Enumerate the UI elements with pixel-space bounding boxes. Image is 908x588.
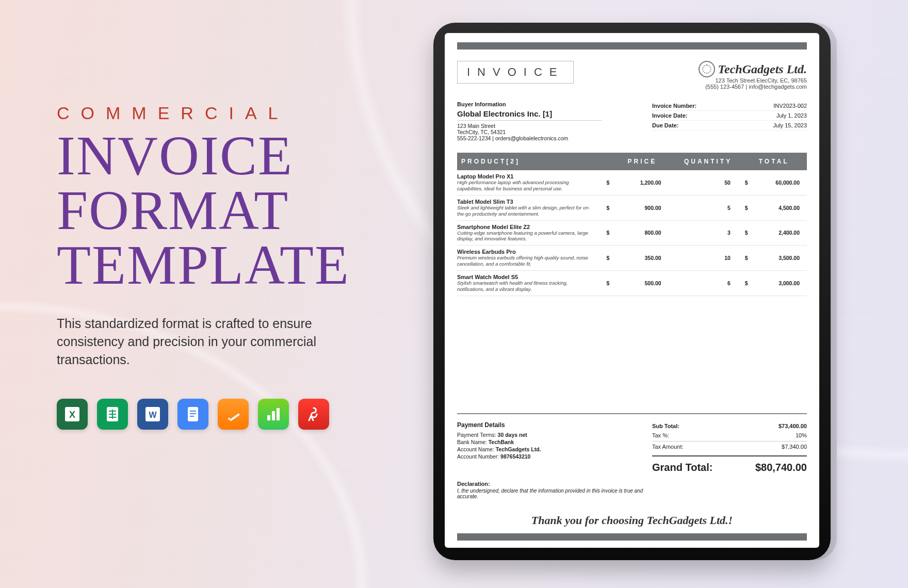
svg-rect-17: [277, 408, 280, 420]
quantity: 10: [724, 255, 731, 261]
google-sheets-icon[interactable]: [97, 399, 128, 430]
taxa-label: Tax Amount:: [652, 444, 684, 450]
line-total: 2,400.00: [779, 230, 800, 236]
headline: INVOICE FORMAT TEMPLATE: [57, 128, 397, 292]
invoice-label: INVOICE: [457, 61, 574, 84]
currency: $: [606, 179, 609, 186]
quantity: 50: [724, 179, 731, 186]
company-address: 123 Tech Street ElecCity, EC, 98765: [699, 77, 807, 84]
meta-label-0: Invoice Number:: [652, 103, 696, 109]
word-icon[interactable]: W: [137, 399, 168, 430]
table-row: Wireless Earbuds ProPremium wireless ear…: [457, 246, 807, 271]
tablet-frame: INVOICE TechGadgets Ltd. 123 Tech Street…: [433, 23, 831, 560]
supported-apps: X W: [57, 399, 397, 430]
svg-point-14: [228, 418, 230, 420]
currency: $: [606, 230, 609, 236]
buyer-addr1: 123 Main Street: [457, 123, 602, 129]
header-bar: [457, 42, 807, 50]
product-name: Wireless Earbuds Pro: [457, 249, 594, 255]
footer-bar: [457, 533, 807, 541]
product-desc: Stylish smartwatch with health and fitne…: [457, 280, 594, 292]
invoice-meta: Invoice Number:INV2023-002 Invoice Date:…: [652, 101, 807, 141]
table-header: PRODUCT[2] PRICE QUANTITY TOTAL: [457, 153, 807, 170]
product-name: Laptop Model Pro X1: [457, 173, 594, 179]
invoice-document: INVOICE TechGadgets Ltd. 123 Tech Street…: [445, 33, 819, 548]
promo-panel: COMMERCIAL INVOICE FORMAT TEMPLATE This …: [0, 0, 418, 588]
currency: $: [745, 255, 748, 261]
meta-value-1: July 1, 2023: [776, 112, 807, 119]
subtotal-label: Sub Total:: [652, 423, 679, 429]
declaration-text: I, the undersigned, declare that the inf…: [457, 488, 653, 499]
meta-value-0: INV2023-002: [773, 103, 807, 109]
currency: $: [606, 205, 609, 211]
buyer-block: Buyer Information Global Electronics Inc…: [457, 101, 602, 141]
company-logo-icon: [699, 61, 715, 77]
currency: $: [606, 255, 609, 261]
pay-acctno: 9876543210: [500, 453, 530, 460]
pay-acctname-label: Account Name:: [457, 446, 494, 452]
th-quantity: QUANTITY: [675, 153, 741, 170]
taxp-label: Tax %:: [652, 432, 669, 438]
product-desc: Premium wireless earbuds offering high-q…: [457, 255, 594, 267]
pay-bank-label: Bank Name:: [457, 439, 487, 445]
quantity: 6: [727, 280, 731, 286]
pdf-icon[interactable]: [298, 399, 329, 430]
declaration: Declaration: I, the undersigned, declare…: [457, 481, 807, 499]
pages-icon[interactable]: [218, 399, 249, 430]
payment-heading: Payment Details: [457, 421, 541, 429]
taxa-value: $7,340.00: [782, 444, 807, 450]
price: 350.00: [645, 255, 661, 261]
headline-line-1: INVOICE: [57, 128, 397, 183]
subtotal-value: $73,400.00: [779, 423, 807, 429]
numbers-icon[interactable]: [258, 399, 289, 430]
buyer-heading: Buyer Information: [457, 101, 602, 107]
price: 800.00: [645, 230, 661, 236]
google-docs-icon[interactable]: [177, 399, 208, 430]
svg-rect-15: [267, 415, 270, 420]
pay-acctname: TechGadgets Ltd.: [496, 446, 541, 452]
table-row: Smartphone Model Elite Z2Cutting-edge sm…: [457, 221, 807, 246]
eyebrow: COMMERCIAL: [57, 103, 397, 123]
pay-terms-label: Payment Terms:: [457, 432, 496, 438]
table-row: Laptop Model Pro X1High-performance lapt…: [457, 170, 807, 195]
meta-label-2: Due Date:: [652, 122, 678, 128]
buyer-addr2: TechCity, TC, 54321: [457, 129, 602, 135]
payment-details: Payment Details Payment Terms: 30 days n…: [457, 421, 541, 473]
buyer-contact: 555-222-1234 | orders@globalelectronics.…: [457, 135, 602, 141]
quantity: 3: [727, 230, 731, 236]
declaration-heading: Declaration:: [457, 481, 490, 487]
grand-label: Grand Total:: [652, 462, 712, 473]
taxp-value: 10%: [796, 432, 807, 438]
table-body: Laptop Model Pro X1High-performance lapt…: [457, 170, 807, 296]
meta-value-2: July 15, 2023: [773, 122, 807, 128]
currency: $: [606, 280, 609, 286]
buyer-name: Global Electronics Inc. [1]: [457, 109, 602, 121]
svg-rect-16: [272, 411, 275, 420]
excel-icon[interactable]: X: [57, 399, 88, 430]
headline-line-2: FORMAT: [57, 183, 397, 238]
line-total: 4,500.00: [779, 205, 800, 211]
th-total: TOTAL: [741, 153, 807, 170]
pay-bank: TechBank: [489, 439, 514, 445]
grand-value: $80,740.00: [755, 462, 807, 473]
svg-rect-13: [230, 414, 240, 422]
price: 500.00: [645, 280, 661, 286]
headline-line-3: TEMPLATE: [57, 238, 397, 292]
currency: $: [745, 179, 748, 186]
thank-you: Thank you for choosing TechGadgets Ltd.!: [457, 515, 807, 526]
svg-text:W: W: [149, 411, 157, 419]
company-block: TechGadgets Ltd. 123 Tech Street ElecCit…: [699, 61, 807, 90]
product-desc: Sleek and lightweight tablet with a slim…: [457, 205, 594, 217]
product-name: Tablet Model Slim T3: [457, 199, 594, 205]
product-name: Smart Watch Model S5: [457, 274, 594, 280]
meta-label-1: Invoice Date:: [652, 112, 687, 119]
price: 1,200.00: [640, 179, 661, 186]
line-total: 60,000.00: [775, 179, 800, 186]
company-name: TechGadgets Ltd.: [718, 63, 807, 75]
pay-terms: 30 days net: [498, 432, 527, 438]
subheading: This standardized format is crafted to e…: [57, 315, 377, 369]
th-price: PRICE: [609, 153, 675, 170]
currency: $: [745, 280, 748, 286]
company-contact: (555) 123-4567 | info@techgadgets.com: [699, 84, 807, 90]
svg-text:X: X: [69, 410, 75, 420]
